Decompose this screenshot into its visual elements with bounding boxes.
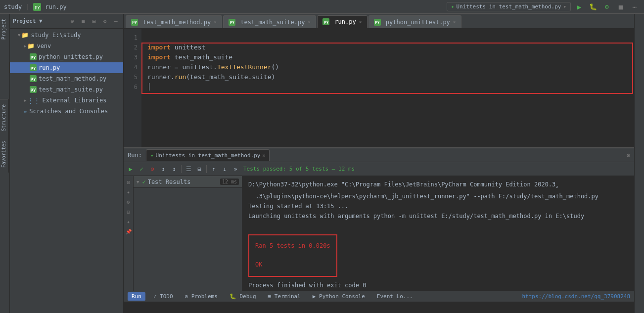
tree-item-study[interactable]: ▼ 📁 study E:\study <box>10 30 123 41</box>
run-side-btn-1[interactable]: ⊡ <box>125 178 133 186</box>
tree-label-test-math-suite: test_math_suite.py <box>39 86 103 93</box>
file-icon-test-math-suite: py <box>30 86 37 93</box>
sidebar-item-project[interactable]: Project <box>0 16 9 43</box>
chevron-right-icon-ext: ▶ <box>24 98 26 103</box>
run-tab-bar: Run: ✦ Unittests in test_math_method.py … <box>124 148 634 162</box>
run-sort2-button[interactable]: ↕ <box>169 164 179 174</box>
scratches-icon: ✏ <box>24 108 27 115</box>
run-side-btn-4[interactable]: ⊡ <box>125 208 133 216</box>
status-tab-terminal[interactable]: ⊞ Terminal <box>264 292 305 301</box>
vertical-tabs-panel: Structure Favorites <box>0 99 9 173</box>
project-panel: Project ▼ ⊕ ≡ ⊞ ⚙ — ▼ 📁 study E:\study ▶… <box>10 14 124 313</box>
tree-item-test-math-suite[interactable]: py test_math_suite.py <box>10 84 123 95</box>
project-label: Project ▼ <box>13 18 66 24</box>
test-results-label: Test Results <box>148 179 218 185</box>
check-icon-results: ✓ <box>142 179 145 185</box>
test-time-badge: 12 ms <box>220 179 239 185</box>
more-options-button[interactable]: ⋯ <box>629 1 640 12</box>
status-tab-todo[interactable]: ✓ TODO <box>149 292 177 301</box>
status-bar-link[interactable]: https://blog.csdn.net/qq_37908248 <box>522 293 630 300</box>
coverage-button[interactable]: ⚙ <box>601 1 612 12</box>
run-tab-close[interactable]: × <box>262 153 265 158</box>
chevron-down-icon: ▼ <box>18 33 20 38</box>
tab-label-test-math-method: test_math_method.py <box>143 19 211 26</box>
tree-label-run: run.py <box>39 64 60 71</box>
folder-icon-venv: 📁 <box>27 43 35 49</box>
separator-1 <box>181 165 182 173</box>
right-sidebar <box>634 14 644 313</box>
run-rerun-button[interactable]: ✓ <box>137 164 146 174</box>
status-tab-event-log[interactable]: Event Lo... <box>373 292 417 301</box>
status-tab-problems[interactable]: ⊘ Problems <box>181 292 222 301</box>
console-line-4: Launching unittests with arguments pytho… <box>248 212 628 221</box>
expand-all-button[interactable]: ⊞ <box>90 17 98 26</box>
tab-test-math-method[interactable]: py test_math_method.py × <box>126 15 222 28</box>
tab-python-unittest[interactable]: py python_unittest.py × <box>368 15 461 28</box>
console-output[interactable]: D:\Python37-32\python.exe "C:\Program Fi… <box>242 176 634 291</box>
run-side-btn-6[interactable]: 📌 <box>125 227 133 235</box>
run-tab-unittests[interactable]: ✦ Unittests in test_math_method.py × <box>146 149 270 161</box>
structure-tab[interactable]: Structure <box>0 99 8 136</box>
run-up-button[interactable]: ↑ <box>209 164 219 174</box>
title-file-name: run.py <box>45 3 66 10</box>
status-tab-run[interactable]: Run <box>128 292 145 301</box>
tree-item-venv[interactable]: ▶ 📁 venv <box>10 41 123 51</box>
main-layout: Project Project ▼ ⊕ ≡ ⊞ ⚙ — ▼ 📁 study E:… <box>0 14 644 313</box>
tab-icon-test-math-suite: py <box>229 19 235 26</box>
locate-button[interactable]: ⊕ <box>68 17 77 26</box>
tab-icon-python-unittest: py <box>374 19 381 26</box>
tree-item-external-libs[interactable]: ▶ ⋮⋮ External Libraries <box>10 95 123 106</box>
run-side-btn-3[interactable]: ⚙ <box>125 198 133 206</box>
run-side-btn-2[interactable]: ✦ <box>125 188 133 196</box>
code-line-2: import unittest <box>147 43 628 52</box>
run-more-button[interactable]: » <box>230 164 240 174</box>
tab-icon-test-math-method: py <box>131 19 138 26</box>
title-bar-left: study | py run.py <box>4 3 67 11</box>
settings-button[interactable]: ⚙ <box>100 17 109 26</box>
tab-close-test-math-suite[interactable]: × <box>308 19 311 25</box>
project-toolbar: Project ▼ ⊕ ≡ ⊞ ⚙ — <box>10 14 123 29</box>
run-left-sidebar: ⊡ ✦ ⚙ ⊡ ✦ 📌 <box>124 176 134 291</box>
tab-close-test-math-method[interactable]: × <box>214 19 217 25</box>
status-bar-left: Run ✓ TODO ⊘ Problems 🐛 Debug ⊞ Terminal… <box>128 292 417 301</box>
run-play-button[interactable]: ▶ <box>126 164 136 174</box>
run-button[interactable]: ▶ <box>574 1 585 12</box>
tab-close-python-unittest[interactable]: × <box>453 19 456 25</box>
run-settings-button[interactable]: ⚙ <box>627 152 630 159</box>
chevron-right-icon: ▶ <box>24 44 26 48</box>
tab-icon-run: py <box>322 18 329 25</box>
tree-item-test-math-method[interactable]: py test_math_method.py <box>10 73 123 84</box>
favorites-tab[interactable]: Favorites <box>0 136 8 173</box>
tree-label-venv: venv <box>37 43 51 49</box>
code-line-1 <box>147 33 628 43</box>
code-line-3: import test_math_suite <box>147 52 628 62</box>
run-down-button[interactable]: ↓ <box>220 164 230 174</box>
console-ran-line: Ran 5 tests in 0.020s <box>255 241 330 250</box>
collapse-all-button[interactable]: ≡ <box>79 17 88 26</box>
tree-item-python-unittest[interactable]: py python_unittest.py <box>10 51 123 62</box>
run-stop-button[interactable]: ⊘ <box>147 164 157 174</box>
close-panel-button[interactable]: — <box>111 17 120 26</box>
stop-button[interactable]: ■ <box>615 1 626 12</box>
tab-test-math-suite[interactable]: py test_math_suite.py × <box>223 15 316 28</box>
status-tab-python-console[interactable]: ▶ Python Console <box>309 292 369 301</box>
code-content[interactable]: import unittest import test_math_suite r… <box>141 29 634 147</box>
line-numbers: 1 2 3 4 5 6 <box>124 29 141 147</box>
console-line-2: .3\plugins\python-ce\helpers\pycharm\_jb… <box>248 192 628 201</box>
debug-button[interactable]: 🐛 <box>588 1 598 12</box>
status-tab-debug[interactable]: 🐛 Debug <box>226 292 260 301</box>
run-side-btn-5[interactable]: ✦ <box>125 218 133 225</box>
run-content: ⊡ ✦ ⚙ ⊡ ✦ 📌 ▼ ✓ Test Results 12 ms <box>124 176 634 291</box>
run-toolbar: ▶ ✓ ⊘ ↕ ↕ ☰ ⊟ ↑ ↓ » Tests passed: 5 of 5… <box>124 162 634 176</box>
run-expand-button[interactable]: ☰ <box>184 164 193 174</box>
tab-close-run[interactable]: × <box>359 19 362 25</box>
project-tree: ▼ 📁 study E:\study ▶ 📁 venv py python_un… <box>10 29 123 313</box>
run-sort-button[interactable]: ↕ <box>158 164 168 174</box>
project-name: study <box>4 3 22 10</box>
run-collapse-button[interactable]: ⊟ <box>194 164 204 174</box>
run-config-dropdown[interactable]: ✦ Unittests in test_math_method.py ▾ <box>447 2 571 11</box>
tree-item-run[interactable]: py run.py <box>10 62 123 73</box>
title-bar: study | py run.py ✦ Unittests in test_ma… <box>0 0 644 14</box>
tree-item-scratches[interactable]: ✏ Scratches and Consoles <box>10 106 123 117</box>
tab-run[interactable]: py run.py × <box>317 15 367 28</box>
